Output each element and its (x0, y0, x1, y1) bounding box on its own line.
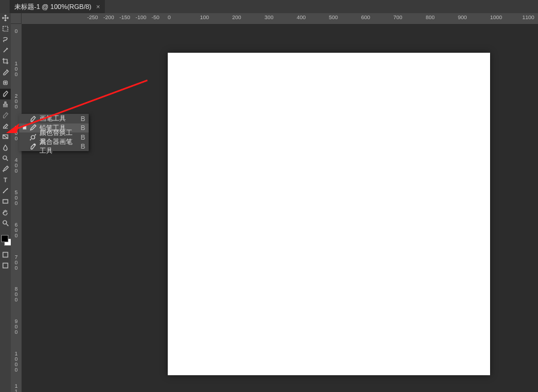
vruler-tick: 200 (11, 94, 22, 110)
color-swatch[interactable] (0, 233, 11, 249)
document-tab[interactable]: 未标题-1 @ 100%(RGB/8) × (10, 0, 105, 13)
lasso-icon (2, 36, 9, 45)
vruler-tick: 1000 (11, 351, 22, 373)
pen-icon (2, 165, 9, 174)
hruler-tick: -150 (119, 14, 130, 20)
healing-icon (2, 79, 9, 88)
tool-blur[interactable] (0, 143, 11, 153)
toolbox (0, 13, 11, 392)
hruler-tick: -100 (135, 14, 146, 20)
flyout-shortcut: B (81, 143, 85, 150)
canvas-viewport[interactable] (22, 24, 538, 392)
hruler-tick: -200 (103, 14, 114, 20)
vruler-tick: 1100 (11, 384, 22, 392)
hruler-tick: 600 (361, 14, 370, 20)
tool-eyedropper[interactable] (0, 67, 11, 78)
flyout-shortcut: B (81, 124, 85, 131)
tool-lasso[interactable] (0, 35, 11, 46)
wand-icon (2, 47, 9, 56)
tool-history[interactable] (0, 110, 11, 121)
hruler-tick: 900 (458, 14, 467, 20)
dodge-icon (2, 155, 9, 164)
history-icon (2, 111, 9, 120)
tool-move[interactable] (0, 13, 11, 24)
vertical-ruler: 0100200300400500600700800900100011001200… (11, 24, 22, 392)
hruler-tick: -50 (152, 14, 159, 20)
tool-zoom[interactable] (0, 218, 11, 229)
colorreplace-icon (29, 133, 37, 141)
path-icon (2, 187, 9, 196)
canvas[interactable] (168, 53, 490, 375)
gradient-icon (2, 133, 9, 142)
flyout-label: 画笔工具 (40, 114, 77, 123)
svg-point-8 (31, 135, 35, 139)
vruler-tick: 900 (11, 319, 22, 335)
svg-rect-7 (3, 263, 8, 268)
hruler-tick: 400 (297, 14, 306, 20)
svg-point-3 (3, 156, 7, 159)
hruler-tick: 1000 (490, 14, 502, 20)
hand-icon (2, 209, 9, 218)
flyout-shortcut: B (81, 115, 85, 122)
tool-hand[interactable] (0, 207, 11, 218)
pencil-icon (29, 123, 37, 132)
eraser-icon (2, 122, 9, 131)
tool-wand[interactable] (0, 46, 11, 56)
hruler-tick: 300 (264, 14, 273, 20)
hruler-tick: 100 (200, 14, 209, 20)
document-tab-title: 未标题-1 @ 100%(RGB/8) (14, 2, 92, 11)
quickmask-button[interactable] (0, 249, 11, 260)
tool-gradient[interactable] (0, 132, 11, 143)
flyout-label: 混合器画笔工具 (40, 137, 77, 155)
tool-crop[interactable] (0, 56, 11, 67)
tool-marquee[interactable] (0, 24, 11, 35)
brush-icon (29, 114, 37, 123)
svg-point-5 (3, 221, 7, 224)
vruler-tick: 400 (11, 158, 22, 174)
tool-healing[interactable] (0, 78, 11, 89)
eyedropper-icon (2, 68, 9, 77)
hruler-tick: 800 (425, 14, 434, 20)
hruler-tick: 700 (394, 14, 403, 20)
type-icon (2, 176, 9, 185)
vruler-tick: 700 (11, 255, 22, 271)
flyout-item-mixer[interactable]: 混合器画笔工具B (19, 142, 89, 152)
blur-icon (2, 144, 9, 153)
vruler-tick: 600 (11, 222, 22, 239)
document-tab-bar: 未标题-1 @ 100%(RGB/8) × (0, 0, 538, 13)
tool-dodge[interactable] (0, 153, 11, 164)
vruler-tick: 800 (11, 287, 22, 303)
marquee-icon (2, 25, 9, 34)
screenmode-button[interactable] (0, 260, 11, 271)
tool-eraser[interactable] (0, 121, 11, 132)
svg-rect-4 (3, 200, 8, 203)
svg-rect-6 (3, 252, 8, 257)
close-icon[interactable]: × (96, 3, 100, 10)
zoom-icon (2, 219, 9, 228)
tool-path[interactable] (0, 186, 11, 197)
vruler-tick: 100 (11, 61, 22, 77)
tool-pen[interactable] (0, 164, 11, 175)
hruler-tick: 1100 (522, 14, 534, 20)
brush-icon (2, 90, 9, 99)
ruler-corner (11, 13, 22, 24)
hruler-tick: -250 (87, 14, 98, 20)
foreground-color[interactable] (1, 235, 8, 242)
hruler-tick: 500 (329, 14, 338, 20)
crop-icon (2, 58, 9, 67)
tool-shape[interactable] (0, 197, 11, 207)
hruler-tick: 0 (168, 14, 171, 20)
mixer-icon (29, 142, 37, 150)
tool-type[interactable] (0, 175, 11, 186)
vruler-tick: 500 (11, 190, 22, 206)
tool-brush[interactable] (0, 89, 11, 99)
vruler-tick: 0 (11, 29, 22, 34)
flyout-item-brush[interactable]: 画笔工具B (19, 114, 89, 123)
tool-stamp[interactable] (0, 99, 11, 110)
shape-icon (2, 198, 9, 207)
flyout-shortcut: B (81, 134, 85, 141)
active-dot-icon (23, 126, 26, 129)
brush-tool-flyout: 画笔工具B铅笔工具B颜色替换工具B混合器画笔工具B (19, 114, 89, 151)
svg-point-9 (34, 144, 35, 145)
svg-rect-0 (3, 26, 8, 31)
